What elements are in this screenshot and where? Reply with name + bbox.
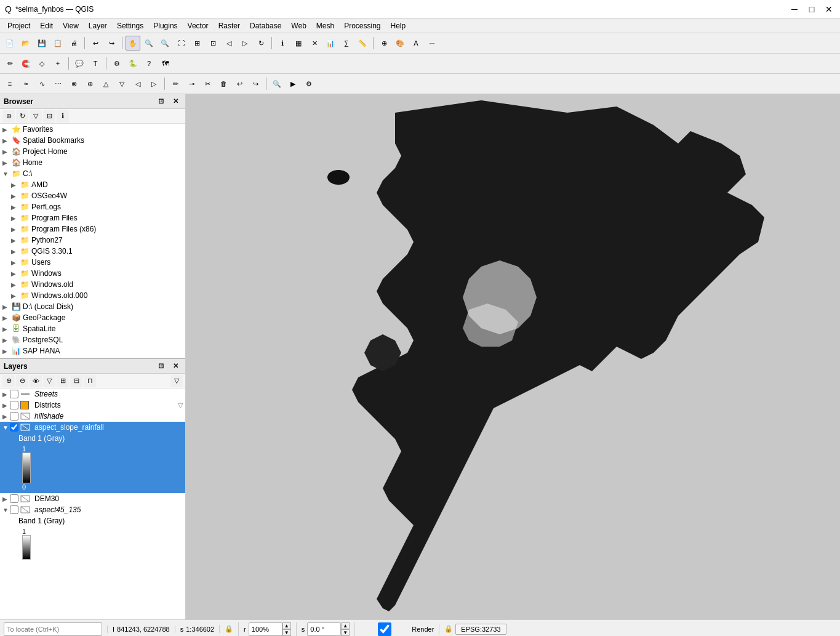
maximize-button[interactable]: □ <box>806 3 818 15</box>
stat-btn[interactable]: ∑ <box>339 36 354 50</box>
zoom-down-btn[interactable]: ▼ <box>282 629 291 636</box>
style-btn[interactable]: 🎨 <box>393 36 407 50</box>
rotation-up-btn[interactable]: ▲ <box>341 622 350 629</box>
snap-btn[interactable]: 🧲 <box>18 56 33 71</box>
browser-item-programfiles[interactable]: ▶ 📁 Program Files <box>0 212 185 223</box>
minimize-button[interactable]: ─ <box>788 3 801 15</box>
zoom-in-btn[interactable]: 🔍 <box>142 36 156 50</box>
browser-item-windowsold000[interactable]: ▶ 📁 Windows.old.000 <box>0 290 185 301</box>
edit1-btn[interactable]: ✏ <box>168 76 183 91</box>
edit2-btn[interactable]: ⊸ <box>184 76 199 91</box>
layer-hillshade-checkbox[interactable] <box>10 412 18 421</box>
menu-raster[interactable]: Raster <box>214 20 245 31</box>
browser-item-postgresql[interactable]: ▶ 🐘 PostgreSQL <box>0 334 185 345</box>
browser-item-python27[interactable]: ▶ 📁 Python27 <box>0 235 185 246</box>
menu-project[interactable]: Project <box>2 20 35 31</box>
zoom-next-btn[interactable]: ▷ <box>238 36 252 50</box>
layer-districts-checkbox[interactable] <box>10 401 18 409</box>
layer-districts[interactable]: ▶ Districts ▽ <box>0 400 185 411</box>
edit3-btn[interactable]: ✂ <box>200 76 215 91</box>
browser-item-windowsold[interactable]: ▶ 📁 Windows.old <box>0 279 185 290</box>
plugin1-btn[interactable]: ⚙ <box>110 56 124 71</box>
menu-vector[interactable]: Vector <box>183 20 214 31</box>
layer-btn[interactable]: ⊕ <box>377 36 391 50</box>
advanced5-btn[interactable]: ⊗ <box>66 76 81 91</box>
menu-processing[interactable]: Processing <box>339 20 385 31</box>
browser-item-amd[interactable]: ▶ 📁 AMD <box>0 179 185 190</box>
advanced8-btn[interactable]: ▽ <box>114 76 129 91</box>
pan-btn[interactable]: ✋ <box>126 36 140 50</box>
browser-filter-btn[interactable]: ▽ <box>30 110 42 123</box>
browser-item-windows[interactable]: ▶ 📁 Windows <box>0 268 185 279</box>
menu-web[interactable]: Web <box>286 20 311 31</box>
zoom-input[interactable] <box>249 622 282 636</box>
advanced7-btn[interactable]: △ <box>98 76 113 91</box>
browser-item-favorites[interactable]: ▶ ⭐ Favorites <box>0 124 185 135</box>
search-locator-btn[interactable]: 🔍 <box>270 76 284 91</box>
crs-section[interactable]: 🔒 EPSG:32733 <box>439 624 506 635</box>
attr-table-btn[interactable]: 📊 <box>323 36 338 50</box>
browser-item-d[interactable]: ▶ 💾 D:\ (Local Disk) <box>0 301 185 312</box>
menu-edit[interactable]: Edit <box>35 20 58 31</box>
menu-settings[interactable]: Settings <box>112 20 148 31</box>
text-btn[interactable]: T <box>88 56 103 71</box>
ann-btn[interactable]: 💬 <box>72 56 87 71</box>
menu-layer[interactable]: Layer <box>84 20 112 31</box>
menu-view[interactable]: View <box>58 20 84 31</box>
menu-plugins[interactable]: Plugins <box>148 20 182 31</box>
zoom-up-btn[interactable]: ▲ <box>282 622 291 629</box>
browser-item-geopackage[interactable]: ▶ 📦 GeoPackage <box>0 312 185 323</box>
layers-style-btn[interactable]: ▽ <box>170 375 183 387</box>
close-button[interactable]: ✕ <box>823 3 835 15</box>
layer-hillshade[interactable]: ▶ hillshade <box>0 411 185 422</box>
browser-close-btn[interactable]: ✕ <box>169 95 182 108</box>
layer-a45-checkbox[interactable] <box>10 505 18 514</box>
advanced9-btn[interactable]: ◁ <box>130 76 145 91</box>
edit6-btn[interactable]: ↪ <box>248 76 263 91</box>
advanced1-btn[interactable]: ≡ <box>2 76 17 91</box>
deselect-btn[interactable]: ✕ <box>307 36 322 50</box>
label-btn[interactable]: A <box>409 36 423 50</box>
browser-collapse-btn[interactable]: ⊟ <box>43 110 55 123</box>
menu-help[interactable]: Help <box>386 20 411 31</box>
open-project-btn[interactable]: 📂 <box>18 36 33 50</box>
layers-add-btn[interactable]: ⊕ <box>2 375 15 387</box>
layer-asr-checkbox[interactable] <box>10 423 18 432</box>
menu-mesh[interactable]: Mesh <box>311 20 339 31</box>
advanced10-btn[interactable]: ▷ <box>146 76 161 91</box>
crs-button[interactable]: EPSG:32733 <box>455 624 506 635</box>
browser-item-users[interactable]: ▶ 📁 Users <box>0 257 185 268</box>
browser-item-qgis[interactable]: ▶ 📁 QGIS 3.30.1 <box>0 246 185 257</box>
identify-btn[interactable]: ℹ <box>275 36 290 50</box>
rotation-input[interactable] <box>307 622 341 636</box>
layers-close-btn[interactable]: ✕ <box>169 360 182 372</box>
zoom-layer-btn[interactable]: ⊞ <box>190 36 204 50</box>
advanced3-btn[interactable]: ∿ <box>34 76 49 91</box>
browser-item-project-home[interactable]: ▶ 🏠 Project Home <box>0 146 185 157</box>
add-feature-btn[interactable]: + <box>50 56 65 71</box>
layer-aspect-slope-rainfall[interactable]: ▼ aspect_slope_rainfall <box>0 422 185 433</box>
browser-item-perflogs[interactable]: ▶ 📁 PerfLogs <box>0 201 185 212</box>
lock-section[interactable]: 🔒 <box>219 625 233 633</box>
ruler-btn[interactable]: 📏 <box>355 36 370 50</box>
zoom-spinbox[interactable]: ▲ ▼ <box>249 622 291 636</box>
render-checkbox[interactable] <box>360 622 409 636</box>
browser-props-btn[interactable]: ℹ <box>57 110 69 123</box>
rotation-spinbox[interactable]: ▲ ▼ <box>307 622 350 636</box>
layers-filter-btn[interactable]: ▽ <box>43 375 55 387</box>
print-btn[interactable]: 🖨 <box>66 36 81 50</box>
layer-streets[interactable]: ▶ Streets <box>0 388 185 400</box>
layer-aspect45-135[interactable]: ▼ aspect45_135 <box>0 504 185 515</box>
redo-btn[interactable]: ↪ <box>104 36 119 50</box>
browser-item-programfilesx86[interactable]: ▶ 📁 Program Files (x86) <box>0 223 185 235</box>
advanced6-btn[interactable]: ⊕ <box>82 76 97 91</box>
refresh-btn[interactable]: ↻ <box>254 36 268 50</box>
zoom-prev-btn[interactable]: ◁ <box>222 36 236 50</box>
settings2-btn[interactable]: ⚙ <box>302 76 316 91</box>
select-btn[interactable]: ▦ <box>291 36 306 50</box>
layers-collapse-btn[interactable]: ⊟ <box>70 375 82 387</box>
save-project-btn[interactable]: 💾 <box>34 36 49 50</box>
digitize-btn[interactable]: ✏ <box>2 56 17 71</box>
browser-item-bookmarks[interactable]: ▶ 🔖 Spatial Bookmarks <box>0 135 185 146</box>
edit4-btn[interactable]: 🗑 <box>216 76 231 91</box>
